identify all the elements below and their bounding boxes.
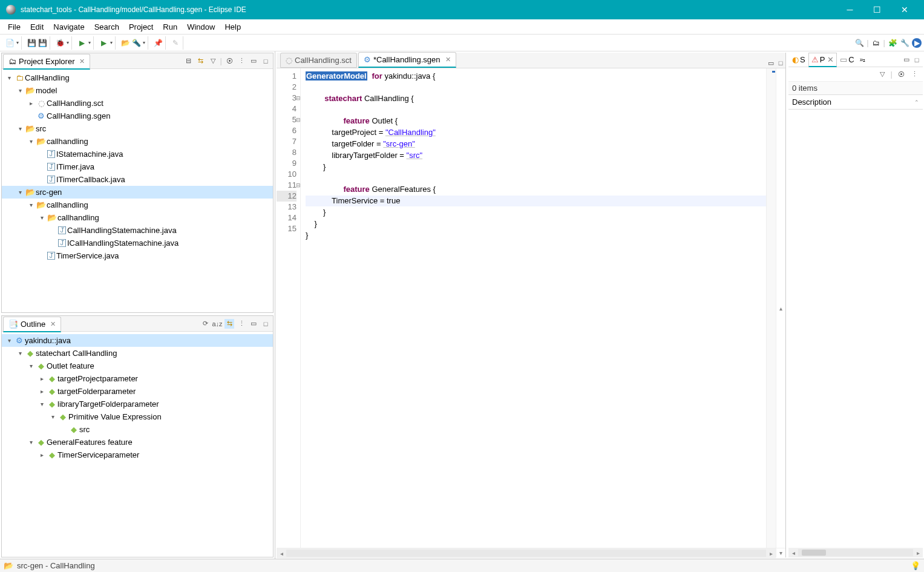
focus-icon[interactable]: ⦿ <box>896 70 906 79</box>
outline-tree[interactable]: ▾⚙yakindu::java ▾◆statechart CallHandlin… <box>2 332 273 557</box>
perspective-java-icon[interactable]: 🧩 <box>888 38 897 48</box>
tree-folder-srcgen[interactable]: ▾📂src-gen <box>2 186 273 199</box>
tree-file-istatemachine[interactable]: 🄹IStatemachine.java <box>2 148 273 160</box>
tab-more[interactable]: »₂ <box>857 54 868 65</box>
tree-file-sgen[interactable]: ⚙CallHandling.sgen <box>2 110 273 122</box>
tree-pkg-callhandling-gen[interactable]: ▾📂callhandling <box>2 199 273 211</box>
project-explorer-tree[interactable]: ▾🗀CallHandling ▾📂model ▸◌CallHandling.sc… <box>2 69 273 312</box>
perspective-open-icon[interactable]: 🗂 <box>871 38 881 48</box>
outline-targetfolder[interactable]: ▸◆targetFolderparameter <box>2 385 273 398</box>
close-button[interactable]: ✕ <box>891 1 918 19</box>
line-gutter[interactable]: 1 2 3⊟ 4 5⊟ 6 7 8 9 10 11⊟ 12 13 14 15 <box>277 68 301 548</box>
outline-timerservice[interactable]: ▸◆TimerServiceparameter <box>2 449 273 461</box>
maximize-view-icon[interactable]: □ <box>261 319 270 329</box>
maximize-view-icon[interactable]: □ <box>776 58 785 68</box>
code-area[interactable]: GeneratorModel for yakindu::java { state… <box>301 68 766 548</box>
outline-libtargetfolder[interactable]: ▾◆libraryTargetFolderparameter <box>2 398 273 410</box>
tab-p[interactable]: ⚠P✕ <box>808 53 837 67</box>
tree-file-ichsm[interactable]: 🄹ICallHandlingStatemachine.java <box>2 237 273 249</box>
save-all-icon[interactable]: 💾 <box>38 38 47 48</box>
tab-c[interactable]: ▭C <box>837 53 856 66</box>
collapse-all-icon[interactable]: ⊟ <box>184 56 194 66</box>
menu-navigate[interactable]: Navigate <box>49 21 88 33</box>
scroll-right-icon[interactable]: ▸ <box>913 550 923 556</box>
outline-link-icon[interactable]: ⇆ <box>224 319 234 329</box>
new-icon[interactable]: 📄 <box>5 38 15 48</box>
close-icon[interactable]: ✕ <box>79 58 85 65</box>
edit-icon[interactable]: ✎ <box>171 38 180 48</box>
minimize-view-icon[interactable]: ▭ <box>766 58 776 68</box>
close-icon[interactable]: ✕ <box>445 56 451 64</box>
project-explorer-tab[interactable]: 🗂 Project Explorer ✕ <box>3 54 90 70</box>
column-header[interactable]: Description ⌃ <box>788 95 923 110</box>
tab-s[interactable]: ◐S <box>790 53 808 66</box>
tree-pkg-callhandling-gen-2[interactable]: ▾📂callhandling <box>2 211 273 224</box>
coverage-icon[interactable]: ▶ <box>99 38 108 48</box>
overview-ruler[interactable] <box>766 68 776 548</box>
outline-statechart[interactable]: ▾◆statechart CallHandling <box>2 347 273 360</box>
perspective-sc-icon[interactable]: ▶ <box>912 38 922 48</box>
tree-file-timerservice[interactable]: 🄹TimerService.java <box>2 249 273 262</box>
close-icon[interactable]: ✕ <box>50 320 56 328</box>
scroll-up-icon[interactable]: ▴ <box>776 68 785 548</box>
open-type-icon[interactable]: 📂 <box>120 38 130 48</box>
perspective-other-icon[interactable]: 🔧 <box>900 38 909 48</box>
save-icon[interactable]: 💾 <box>27 38 36 48</box>
view-menu-icon[interactable]: ⋮ <box>909 70 919 79</box>
maximize-button[interactable]: ☐ <box>863 1 891 19</box>
outline-primitive[interactable]: ▾◆Primitive Value Expression <box>2 410 273 423</box>
h-scrollbar[interactable] <box>798 549 913 556</box>
tree-file-itimer[interactable]: 🄹ITimer.java <box>2 160 273 173</box>
outline-src-value[interactable]: ◆src <box>2 423 273 436</box>
h-scrollbar[interactable] <box>286 550 766 557</box>
minimize-view-icon[interactable]: ▭ <box>902 55 911 65</box>
tree-file-itimercallback[interactable]: 🄹ITimerCallback.java <box>2 173 273 186</box>
editor-tab-sct[interactable]: ◌ CallHandling.sct <box>280 53 357 68</box>
menu-edit[interactable]: Edit <box>26 21 48 33</box>
tree-project[interactable]: ▾🗀CallHandling <box>2 71 273 84</box>
pin-icon[interactable]: 📌 <box>153 38 163 48</box>
minimize-button[interactable]: ─ <box>836 1 863 19</box>
view-menu-icon[interactable]: ⋮ <box>237 56 246 66</box>
outline-menu-icon[interactable]: ⋮ <box>237 319 246 329</box>
outline-root[interactable]: ▾⚙yakindu::java <box>2 334 273 347</box>
link-editor-icon[interactable]: ⇆ <box>196 56 206 66</box>
maximize-view-icon[interactable]: □ <box>261 56 270 66</box>
maximize-view-icon[interactable]: □ <box>912 55 922 65</box>
menu-window[interactable]: Window <box>183 21 219 33</box>
run-icon[interactable]: ▶ <box>77 38 87 48</box>
focus-icon[interactable]: ⦿ <box>224 56 234 66</box>
tree-file-chsm[interactable]: 🄹CallHandlingStatemachine.java <box>2 224 273 237</box>
tree-pkg-callhandling[interactable]: ▾📂callhandling <box>2 135 273 148</box>
menu-project[interactable]: Project <box>125 21 157 33</box>
debug-icon[interactable]: 🐞 <box>55 38 65 48</box>
outline-outlet[interactable]: ▾◆Outlet feature <box>2 360 273 372</box>
scroll-down-icon[interactable]: ▾ <box>776 548 785 557</box>
menu-file[interactable]: File <box>4 21 25 33</box>
tree-file-sct[interactable]: ▸◌CallHandling.sct <box>2 97 273 110</box>
tree-folder-model[interactable]: ▾📂model <box>2 84 273 97</box>
outline-az-icon[interactable]: a↓z <box>212 319 222 329</box>
outline-targetproject[interactable]: ▸◆targetProjectparameter <box>2 372 273 385</box>
menu-search[interactable]: Search <box>90 21 123 33</box>
outline-sort-icon[interactable]: ⟳ <box>200 319 210 329</box>
filter-icon[interactable]: ▽ <box>208 56 218 66</box>
search-icon[interactable]: 🔦 <box>131 38 141 48</box>
tree-folder-src[interactable]: ▾📂src <box>2 122 273 135</box>
filter-icon[interactable]: ▽ <box>877 70 887 79</box>
statusbar: 📂 src-gen - CallHandling 💡 <box>0 559 924 572</box>
editor-tab-sgen[interactable]: ⚙ *CallHandling.sgen ✕ <box>358 52 456 68</box>
search-toolbar-icon[interactable]: 🔍 <box>854 38 864 48</box>
menu-help[interactable]: Help <box>220 21 245 33</box>
scroll-right-icon[interactable]: ▸ <box>766 550 776 557</box>
problems-view[interactable]: 0 items Description ⌃ <box>788 82 923 548</box>
minimize-view-icon[interactable]: ▭ <box>249 319 258 329</box>
scroll-left-icon[interactable]: ◂ <box>277 550 286 557</box>
editor-body[interactable]: 1 2 3⊟ 4 5⊟ 6 7 8 9 10 11⊟ 12 13 14 15 G… <box>277 68 785 548</box>
scroll-left-icon[interactable]: ◂ <box>788 550 798 556</box>
outline-generalfeatures[interactable]: ▾◆GeneralFeatures feature <box>2 436 273 449</box>
tip-icon[interactable]: 💡 <box>911 561 920 570</box>
menu-run[interactable]: Run <box>159 21 182 33</box>
outline-tab[interactable]: 📑 Outline ✕ <box>3 317 61 332</box>
minimize-view-icon[interactable]: ▭ <box>249 56 258 66</box>
